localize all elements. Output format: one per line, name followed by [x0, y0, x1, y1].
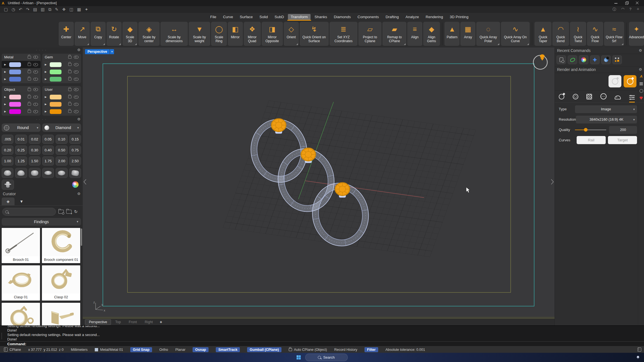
layer-row[interactable]: ▶ [42, 93, 81, 101]
recent-commands-header[interactable]: Recent Commands ⚙ [555, 47, 644, 54]
status-gumball-cplane[interactable]: Gumball (CPlane) [247, 347, 281, 352]
quality-slider-handle[interactable] [584, 128, 588, 132]
quick-taper-button[interactable]: ▲Quick Taper [534, 22, 551, 46]
setting-bezel-button[interactable] [29, 168, 41, 178]
resolution-select[interactable]: 3840x2160 (16:9) 4K ▾ [576, 116, 637, 123]
eye-icon[interactable] [33, 56, 38, 59]
menu-tab-transform[interactable]: Transform [288, 14, 311, 20]
layer-row[interactable]: ▶ [2, 108, 41, 115]
gear-icon[interactable]: ⚙ [77, 192, 80, 196]
gem-size-button-0-15[interactable]: 0.15 [69, 135, 81, 144]
play-icon[interactable]: ▶ [4, 96, 7, 98]
gem-red-tab-icon[interactable] [640, 97, 643, 100]
lock-icon[interactable] [28, 63, 31, 66]
open-recent-icon[interactable]: ◷ [11, 6, 15, 13]
play-icon[interactable]: ▶ [45, 103, 48, 106]
lock-icon[interactable] [68, 70, 72, 73]
gem-size-button-0-25[interactable]: 0.25 [15, 146, 27, 155]
viewport-tab-front[interactable]: Front [125, 320, 140, 325]
search-input[interactable] [10, 209, 48, 214]
layer-row[interactable]: ▶ [42, 68, 81, 75]
remap-to-cplane-button[interactable]: ▰Remap to CPlane [382, 22, 406, 46]
help-icon[interactable]: ? [629, 7, 631, 12]
quality-value[interactable]: 200 [609, 126, 637, 134]
gem-size-button-0-50[interactable]: 0.50 [56, 146, 67, 155]
render-mode-on-button[interactable] [624, 75, 636, 87]
array-button[interactable]: ▦Array [460, 22, 475, 46]
play-icon[interactable]: ▶ [4, 70, 7, 73]
play-icon[interactable]: ▶ [45, 96, 48, 98]
gem-size-button-0-02[interactable]: 0.02 [29, 135, 41, 144]
eye-icon[interactable] [33, 88, 38, 91]
tree-tab-icon[interactable] [640, 82, 643, 85]
type-select[interactable]: Image ▾ [575, 105, 637, 113]
save-as-icon[interactable]: ▥ [41, 6, 45, 13]
gem-size-button-0-20[interactable]: 0.20 [2, 146, 13, 155]
layer-row[interactable]: ▶ [42, 108, 81, 115]
scale-ring-button[interactable]: ◯Scale Ring [211, 22, 227, 46]
eye-icon[interactable] [74, 56, 79, 59]
viewport[interactable]: Perspective ▾ [83, 47, 555, 318]
panel-toggle-icon[interactable] [638, 347, 641, 352]
copy-button[interactable]: ⧉Copy [91, 22, 106, 46]
eye-icon[interactable] [33, 96, 38, 99]
color-swatch[interactable] [50, 70, 61, 74]
quick-orient-on-surface-button[interactable]: ↯Quick Orient on Surface [300, 22, 329, 46]
status-auto-cplane-object[interactable]: Auto CPlane (Object) [289, 348, 327, 352]
color-swatch[interactable] [50, 62, 61, 67]
move-button[interactable]: ↗Move [75, 22, 90, 46]
gear-icon[interactable]: ⚙ [639, 67, 642, 72]
gem-size-button-0-75[interactable]: 0.75 [69, 146, 81, 155]
menu-tab-components[interactable]: Components [355, 14, 382, 20]
menu-tab-analyze[interactable]: Analyze [403, 14, 422, 20]
panel-grip[interactable]: · · · · [36, 118, 47, 121]
eye-icon[interactable] [33, 63, 38, 66]
setting-scallop-button[interactable] [42, 168, 54, 178]
curve-green-button[interactable] [568, 55, 577, 64]
align-gems-button[interactable]: ◆Align Gems [423, 22, 440, 46]
color-swatch[interactable] [50, 109, 61, 114]
status-osnap[interactable]: Osnap [193, 347, 209, 352]
play-icon[interactable]: ▶ [45, 70, 48, 73]
play-icon[interactable]: ▶ [4, 78, 7, 80]
minimize-button[interactable] [614, 1, 618, 5]
save-icon[interactable]: ▤ [33, 6, 37, 13]
setting-compass-button[interactable] [69, 168, 81, 178]
command-prompt-row[interactable]: Command: [0, 341, 644, 346]
explode-tool-icon[interactable]: ✦ [85, 6, 88, 13]
menu-tab-solid[interactable]: Solid [257, 14, 271, 20]
gem-size-button-2-00[interactable]: 2.00 [56, 156, 67, 166]
pattern-button[interactable]: ▲Pattern [444, 22, 460, 46]
color-wheel-button[interactable] [579, 55, 588, 64]
status-x-37-777-y-21-012-z-0[interactable]: x 37.777 y 21.012 z 0 [28, 348, 63, 352]
lock-icon[interactable] [68, 56, 72, 59]
gem-cut-select[interactable]: Round ▾ [2, 123, 41, 132]
folder-add-icon[interactable] [66, 210, 72, 214]
color-wheel-button[interactable] [69, 180, 81, 189]
lock-icon[interactable] [28, 103, 31, 106]
gear-icon[interactable]: ⚙ [639, 48, 642, 53]
layer-row[interactable]: ▶ [2, 101, 41, 108]
scale-by-dimensions-button[interactable]: ↔Scale by dimensions [160, 22, 188, 46]
layer-row[interactable]: ▶ [42, 101, 81, 108]
eye-icon[interactable] [74, 96, 79, 99]
orient-button[interactable]: ◇Orient [284, 22, 299, 46]
annotate-icon[interactable]: ✎ [55, 6, 59, 13]
layer-group-header[interactable]: Metal [2, 54, 41, 61]
menu-tab-drafting[interactable]: Drafting [383, 14, 402, 20]
lock-icon[interactable] [28, 56, 31, 59]
curator-search[interactable] [2, 208, 56, 216]
gem-size-button-0-10[interactable]: 0.10 [56, 135, 67, 144]
findings-section-header[interactable]: Findings ▾ [2, 218, 81, 226]
add-viewport-tab-button[interactable]: + [157, 320, 165, 324]
status-filter[interactable]: Filter [364, 347, 378, 352]
layer-group-header[interactable]: Gem [42, 54, 81, 61]
gear-icon[interactable]: ⚙ [77, 48, 80, 52]
render-settings-history-button[interactable] [557, 55, 566, 64]
status-absolute-tolerance-0-001[interactable]: Absolute tolerance: 0.001 [385, 348, 425, 352]
new-file-icon[interactable]: ▢ [4, 6, 8, 13]
eye-icon[interactable] [74, 63, 79, 66]
gem-size-button-0-05[interactable]: 0.05 [42, 135, 54, 144]
lock-icon[interactable] [68, 96, 72, 98]
scale-by-center-button[interactable]: ◈Scale by center [138, 22, 160, 46]
